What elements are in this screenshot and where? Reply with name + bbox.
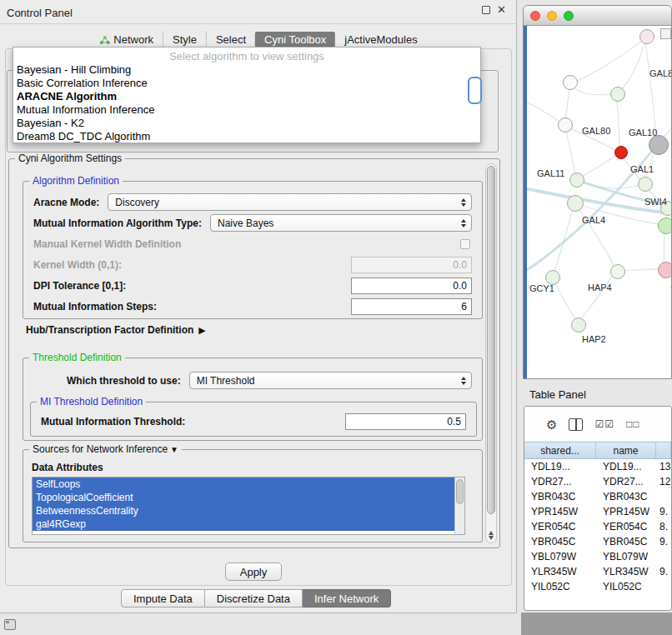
- table-settings-gear-icon[interactable]: ⚙: [546, 418, 557, 431]
- tab-network[interactable]: Network: [89, 32, 163, 48]
- tab-label: Network: [113, 33, 153, 46]
- tab-impute-data[interactable]: Impute Data: [121, 589, 205, 608]
- algorithm-option[interactable]: Basic Correlation Inference: [13, 77, 480, 90]
- unselect-all-columns-icon[interactable]: □□: [626, 418, 640, 430]
- sources-expander[interactable]: Sources for Network Inference▼: [29, 443, 182, 455]
- aracne-mode-select[interactable]: Discovery: [108, 193, 472, 211]
- table-row[interactable]: YPR145WYPR145W9.: [524, 504, 671, 519]
- float-window-icon[interactable]: [482, 6, 490, 14]
- list-scrollbar[interactable]: [454, 478, 464, 534]
- column-header-extra[interactable]: [656, 442, 671, 458]
- data-attribute-item[interactable]: TopologicalCoefficient: [33, 491, 454, 504]
- network-node[interactable]: [563, 75, 578, 90]
- table-row[interactable]: YLR345WYLR345W9.: [524, 564, 671, 579]
- network-node-label: HAP2: [582, 334, 606, 344]
- mi-steps-field[interactable]: [351, 298, 472, 315]
- kernel-width-field[interactable]: [351, 257, 472, 273]
- network-node[interactable]: [610, 264, 625, 279]
- tab-jactivemodules[interactable]: jActiveModules: [335, 32, 426, 48]
- tab-cyni-toolbox[interactable]: Cyni Toolbox: [255, 32, 335, 48]
- restore-panel-dock-icon[interactable]: [4, 619, 16, 630]
- dpi-tolerance-field[interactable]: [351, 278, 472, 294]
- stepper-arrows-icon: [461, 377, 466, 385]
- close-window-icon[interactable]: [530, 11, 540, 21]
- apply-button[interactable]: Apply: [225, 562, 282, 581]
- tab-discretize-data[interactable]: Discretize Data: [205, 589, 303, 608]
- table-cell: 8.: [656, 519, 671, 534]
- table-cell: YBR043C: [524, 489, 596, 504]
- network-tab-icon: [98, 35, 110, 45]
- table-row[interactable]: YDR27...YDR27...12: [524, 474, 671, 489]
- group-title: Threshold Definition: [29, 352, 125, 363]
- manual-kernel-width-checkbox[interactable]: [460, 239, 470, 249]
- table-cell: YIL052C: [524, 579, 596, 594]
- scrollbar-arrows-icon[interactable]: [486, 531, 496, 540]
- combo-value: Naive Bayes: [218, 218, 273, 229]
- minimize-window-icon[interactable]: [547, 11, 557, 21]
- network-canvas[interactable]: GAL8GAL80GAL10GAL11GAL1SWI4GAL4GCY1HAP4H…: [524, 26, 671, 378]
- table-cell: YBL079W: [524, 549, 596, 564]
- algorithm-option[interactable]: Bayesian - K2: [13, 117, 480, 130]
- algorithm-option[interactable]: Mutual Information Inference: [13, 103, 480, 117]
- algorithm-dropdown-prompt: Select algorithm to view settings: [13, 49, 480, 63]
- combo-value: MI Threshold: [197, 375, 255, 387]
- which-threshold-label: Which threshold to use:: [67, 375, 181, 387]
- table-panel-window: ⚙ ☑☑ □□ shared... name YDL19...YDL19...1…: [524, 406, 672, 611]
- network-node[interactable]: [658, 262, 671, 278]
- network-node[interactable]: [638, 177, 653, 192]
- mi-threshold-field[interactable]: [345, 413, 466, 430]
- table-row[interactable]: YDL19...YDL19...13: [524, 459, 671, 474]
- network-node[interactable]: [558, 118, 573, 132]
- table-cell: YPR145W: [596, 504, 656, 519]
- network-node[interactable]: [658, 218, 671, 234]
- network-node[interactable]: [610, 87, 625, 102]
- table-row[interactable]: YBL079WYBL079W: [524, 549, 671, 564]
- network-node[interactable]: [639, 29, 654, 44]
- network-node-label: GAL11: [537, 168, 564, 178]
- network-node[interactable]: [649, 135, 669, 155]
- tab-label: jActiveModules: [344, 33, 417, 46]
- combo-value: Discovery: [115, 197, 159, 208]
- expand-right-icon: ▶: [198, 325, 205, 336]
- tab-infer-network[interactable]: Infer Network: [303, 589, 391, 608]
- data-attribute-item[interactable]: SelfLoops: [33, 478, 454, 491]
- mi-algorithm-type-select[interactable]: Naive Bayes: [210, 214, 472, 232]
- hub-transcription-factor-expander[interactable]: Hub/Transcription Factor Definition ▶: [26, 324, 206, 336]
- table-row[interactable]: YBR045CYBR045C9.: [524, 534, 671, 549]
- network-node-label: GAL8: [649, 68, 671, 78]
- column-header-shared-name[interactable]: shared...: [524, 442, 596, 458]
- algorithm-option[interactable]: Bayesian - Hill Climbing: [13, 63, 480, 77]
- scrollbar-thumb[interactable]: [487, 166, 495, 514]
- tab-style[interactable]: Style: [163, 32, 206, 48]
- background-strip: [521, 612, 672, 635]
- select-all-columns-icon[interactable]: ☑☑: [594, 418, 614, 430]
- cyni-bottom-tab-bar: Impute Data Discretize Data Infer Networ…: [121, 589, 391, 608]
- table-cell: YLR345W: [524, 564, 596, 579]
- table-cell: YLR345W: [596, 564, 656, 579]
- data-attribute-item[interactable]: BetweennessCentrality: [33, 504, 454, 518]
- table-cell: YDR27...: [596, 474, 656, 489]
- show-columns-icon[interactable]: [569, 418, 583, 431]
- network-node[interactable]: [569, 172, 584, 188]
- table-row[interactable]: YER054CYER054C8.: [524, 519, 671, 534]
- table-cell: [656, 489, 671, 504]
- close-panel-icon[interactable]: ✕: [497, 6, 506, 14]
- kernel-width-label: Kernel Width (0,1):: [33, 259, 122, 271]
- network-node[interactable]: [614, 146, 628, 159]
- tab-label: Cyni Toolbox: [264, 33, 326, 46]
- tab-select[interactable]: Select: [206, 32, 255, 48]
- zoom-window-icon[interactable]: [564, 11, 574, 21]
- network-node[interactable]: [571, 318, 586, 332]
- data-attribute-item[interactable]: gal4RGexp: [33, 518, 454, 531]
- algorithm-option[interactable]: ARACNE Algorithm: [13, 90, 480, 103]
- tab-label: Style: [173, 33, 197, 46]
- settings-scrollbar[interactable]: [485, 163, 497, 543]
- which-threshold-select[interactable]: MI Threshold: [189, 372, 472, 389]
- group-title: Cyni Algorithm Settings: [15, 152, 125, 164]
- table-row[interactable]: YIL052CYIL052C: [524, 579, 671, 594]
- network-node[interactable]: [567, 195, 584, 212]
- table-row[interactable]: YBR043CYBR043C: [524, 489, 671, 504]
- algorithm-option[interactable]: Dream8 DC_TDC Algorithm: [13, 130, 480, 143]
- algorithm-dropdown-popup: Select algorithm to view settings Bayesi…: [13, 47, 481, 143]
- column-header-name[interactable]: name: [596, 442, 656, 458]
